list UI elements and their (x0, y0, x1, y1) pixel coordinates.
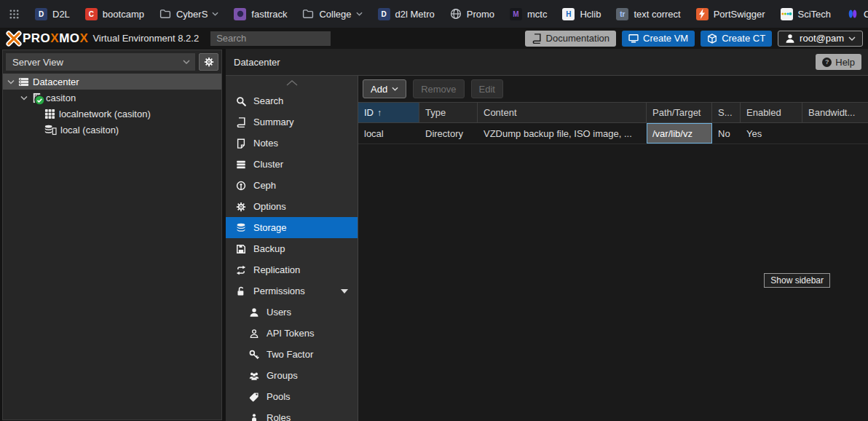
bookmark-folder-cybers[interactable]: CyberS (159, 8, 218, 20)
documentation-button[interactable]: Documentation (525, 31, 616, 47)
bookmark-label: OSCP (864, 9, 868, 20)
table-row[interactable]: local Directory VZDump backup file, ISO … (358, 123, 868, 144)
sidebar-item-cluster[interactable]: Cluster (226, 154, 358, 175)
bookmark-label: text correct (634, 9, 680, 20)
note-icon (235, 138, 247, 149)
sidebar-item-groups[interactable]: Groups (226, 365, 358, 386)
sidebar-item-pools[interactable]: Pools (226, 386, 358, 407)
cube-icon (707, 34, 717, 44)
bookmark-hclib[interactable]: H Hclib (562, 8, 601, 20)
sidebar-item-ceph[interactable]: Ceph (226, 175, 358, 196)
tree-node-local-storage[interactable]: local (casiton) (3, 122, 221, 138)
expander-icon (7, 79, 15, 84)
tree-node-localnetwork[interactable]: localnetwork (casiton) (3, 106, 221, 122)
hclib-favicon: H (562, 8, 575, 20)
apps-grid-icon[interactable] (9, 9, 20, 20)
bookmark-label: bootcamp (103, 9, 144, 20)
sidebar-item-storage[interactable]: Storage (226, 217, 358, 238)
user-menu-button[interactable]: root@pam (778, 31, 863, 47)
view-selector[interactable]: Server View (6, 53, 195, 71)
bookmark-promo[interactable]: Promo (450, 8, 494, 20)
database-icon (235, 222, 247, 234)
folder-icon (302, 8, 314, 20)
tree-node-casiton[interactable]: casiton (3, 90, 221, 106)
bookmark-portswigger[interactable]: PortSwigger (696, 8, 765, 20)
sidebar-item-replication[interactable]: Replication (226, 259, 358, 280)
column-header-content[interactable]: Content (478, 103, 647, 122)
bookmark-label: Hclib (580, 9, 601, 20)
scitech-favicon (781, 8, 793, 20)
sidebar-item-search[interactable]: Search (226, 90, 358, 111)
create-vm-button[interactable]: Create VM (622, 31, 695, 47)
column-header-id[interactable]: ID↑ (358, 103, 419, 122)
sidebar-item-two-factor[interactable]: Two Factor (226, 344, 358, 365)
cell-shared[interactable]: No (712, 123, 741, 143)
bookmark-text-correct[interactable]: tr text correct (616, 8, 680, 20)
bookmark-fasttrack[interactable]: fasttrack (234, 8, 287, 20)
chevron-down-icon (212, 12, 218, 16)
sidebar-item-users[interactable]: Users (226, 302, 358, 323)
textcorrect-favicon: tr (616, 8, 628, 20)
tag-icon (248, 391, 260, 403)
bookmark-mctc[interactable]: M mctc (510, 8, 547, 20)
remove-button[interactable]: Remove (413, 79, 464, 98)
edit-button[interactable]: Edit (471, 79, 503, 98)
cell-path-target[interactable]: /var/lib/vz (647, 123, 712, 143)
cell-id[interactable]: local (358, 123, 419, 143)
user-outline-icon (248, 328, 260, 339)
column-header-shared[interactable]: S... (712, 103, 741, 122)
cell-bandwidth[interactable] (802, 123, 868, 143)
bookmark-label: d2l Metro (395, 9, 435, 20)
floppy-icon (235, 243, 247, 255)
column-header-path-target[interactable]: Path/Target (647, 103, 712, 122)
sidebar-item-options[interactable]: Options (226, 196, 358, 217)
tree-node-datacenter[interactable]: Datacenter (3, 74, 221, 90)
d2l-favicon: D (378, 8, 390, 20)
help-button[interactable]: ? Help (816, 54, 861, 70)
bookmark-d2l[interactable]: D D2L (35, 8, 70, 20)
search-input[interactable] (210, 31, 331, 46)
bookmark-label: College (319, 9, 351, 20)
chevron-down-icon (392, 87, 398, 91)
oscp-favicon (846, 8, 859, 20)
network-icon (44, 109, 55, 119)
cell-content[interactable]: VZDump backup file, ISO image, ... (478, 123, 647, 143)
page-title: Datacenter (234, 57, 280, 68)
proxmox-x-icon (6, 31, 22, 47)
chevron-down-icon (356, 12, 363, 16)
key-icon (248, 349, 260, 361)
version-subtitle: Virtual Environment 8.2.2 (92, 33, 199, 44)
sidebar-item-backup[interactable]: Backup (226, 238, 358, 259)
add-button[interactable]: Add (363, 79, 406, 98)
bookmark-folder-college[interactable]: College (302, 8, 362, 20)
column-header-enabled[interactable]: Enabled (741, 103, 802, 122)
sidebar-item-permissions[interactable]: Permissions (226, 280, 358, 302)
sidebar-item-api-tokens[interactable]: API Tokens (226, 323, 358, 344)
tree-node-label: casiton (46, 93, 76, 103)
bookmark-label: CyberS (176, 9, 208, 20)
show-sidebar-button[interactable]: Show sidebar (764, 273, 830, 288)
column-header-bandwidth[interactable]: Bandwidt... (802, 103, 868, 122)
sidebar-item-roles[interactable]: Roles (226, 407, 358, 421)
bookmark-oscp[interactable]: OSCP (846, 8, 868, 20)
bookmark-label: D2L (52, 9, 70, 20)
bookmark-scitech[interactable]: SciTech (781, 8, 832, 20)
node-icon (31, 93, 42, 103)
expander-icon (20, 95, 28, 101)
d2l-favicon: D (35, 8, 47, 20)
sidebar-item-summary[interactable]: Summary (226, 111, 358, 133)
bookmark-d2l-metro[interactable]: D d2l Metro (378, 8, 435, 20)
gear-icon (235, 201, 247, 213)
cell-enabled[interactable]: Yes (741, 123, 802, 143)
gear-icon (204, 57, 214, 67)
column-header-type[interactable]: Type (419, 103, 478, 122)
sidebar-item-notes[interactable]: Notes (226, 133, 358, 154)
create-ct-button[interactable]: Create CT (701, 31, 772, 47)
tree-settings-button[interactable] (199, 53, 218, 71)
fasttrack-favicon (234, 8, 246, 20)
cell-type[interactable]: Directory (419, 123, 478, 143)
screen: D D2L C bootcamp CyberS fasttrack Colleg… (0, 0, 868, 421)
bookmarks-bar: D D2L C bootcamp CyberS fasttrack Colleg… (0, 0, 868, 28)
collapse-chevron-icon[interactable] (226, 76, 358, 90)
bookmark-bootcamp[interactable]: C bootcamp (85, 8, 144, 20)
